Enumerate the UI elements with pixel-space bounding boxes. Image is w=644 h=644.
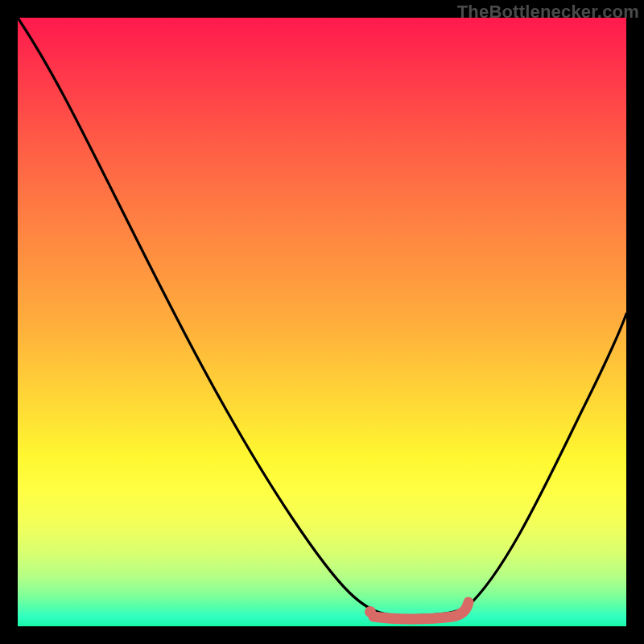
curve-path xyxy=(18,18,626,616)
attribution-text: TheBottlenecker.com xyxy=(457,2,639,23)
marker-start-dot xyxy=(365,606,376,617)
bottleneck-curve xyxy=(18,18,626,626)
chart-plot-area xyxy=(18,18,626,626)
marker-segment xyxy=(374,602,469,619)
